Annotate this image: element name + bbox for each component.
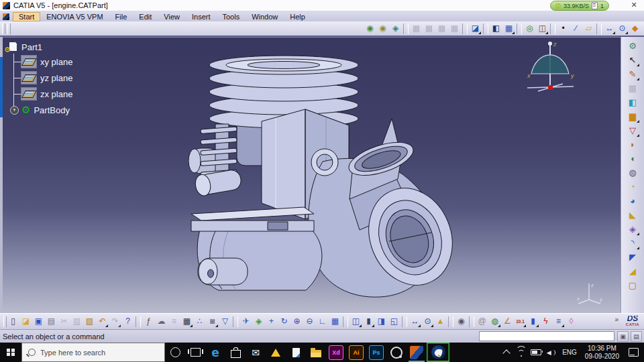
groove-icon[interactable]: ◖ <box>627 152 639 165</box>
paste-icon[interactable]: ▧ <box>84 316 95 327</box>
pad-icon[interactable]: ▆ <box>627 110 639 123</box>
rib-icon[interactable]: ◔ <box>627 180 639 193</box>
calculator-icon[interactable]: ▦ <box>181 316 193 327</box>
menu-window[interactable]: Window <box>246 12 284 21</box>
menu-insert[interactable]: Insert <box>186 12 217 21</box>
3d-viewport[interactable]: ⚙ Part1 xy plane yz plane <box>3 37 621 314</box>
document-menu-icon[interactable] <box>3 13 9 20</box>
measure-item-icon[interactable]: ⊙ <box>422 316 433 327</box>
knowledge-icon[interactable]: ≡ <box>168 316 180 327</box>
knowledge-bolt-icon[interactable]: ϟ <box>540 316 551 327</box>
window-arrange-icon-4[interactable]: ▦ <box>449 23 460 34</box>
tree-item-yz-plane[interactable]: yz plane <box>5 70 72 86</box>
new-file-icon[interactable]: ▯ <box>7 316 19 327</box>
menu-view[interactable]: View <box>158 12 186 21</box>
measure-between-icon[interactable]: ↔ <box>409 316 421 327</box>
normal-view-icon[interactable]: ∟ <box>317 316 328 327</box>
menu-enovia[interactable]: ENOVIA V5 VPM <box>40 12 109 21</box>
point-icon[interactable]: • <box>557 23 569 34</box>
tree-item-partbody[interactable]: + ⚙ PartBody <box>5 102 72 118</box>
shading-icon[interactable]: ▮ <box>363 316 374 327</box>
adobe-xd-button[interactable]: Xd <box>326 343 346 362</box>
gear-icon[interactable]: ⚙ <box>627 40 639 52</box>
tree-item-zx-plane[interactable]: zx plane <box>5 86 72 102</box>
enovia-save-icon[interactable]: ◉ <box>364 23 376 34</box>
camera-icon[interactable]: ◉ <box>455 316 467 327</box>
window-arrange-icon-2[interactable]: ▦ <box>423 23 435 34</box>
view-compass[interactable]: z x y <box>522 39 579 96</box>
catia-app-button[interactable] <box>407 343 427 362</box>
adobe-illustrator-button[interactable]: Ai <box>346 343 366 362</box>
close-icon[interactable]: ✕ <box>629 0 639 9</box>
volume-button[interactable]: ◀ <box>543 349 558 356</box>
enovia-search-icon[interactable]: ◈ <box>390 23 401 34</box>
toolbar-overflow-chevron[interactable]: » <box>614 316 619 323</box>
structure-tree-icon[interactable]: ∴ <box>194 316 205 327</box>
workbench-box-icon[interactable]: ◧ <box>627 96 639 109</box>
hole-icon[interactable]: ◍ <box>627 166 639 179</box>
grid-icon[interactable]: ▦ <box>503 23 515 34</box>
eraser-icon[interactable]: ◊ <box>566 316 577 327</box>
enovia-manage-icon[interactable]: ◉ <box>377 23 388 34</box>
sketch-tools-icon[interactable]: ▦ <box>627 82 639 95</box>
tree-item-part1[interactable]: ⚙ Part1 <box>5 40 72 54</box>
view-cube-icon[interactable]: ◫ <box>537 23 548 34</box>
fit-all-icon[interactable]: ◈ <box>253 316 264 327</box>
line-icon[interactable]: ∕ <box>570 23 582 34</box>
zoom-out-icon[interactable]: ⊖ <box>304 316 315 327</box>
document-app-button[interactable] <box>286 343 306 362</box>
spiral-icon[interactable]: @ <box>476 316 488 327</box>
shaft-icon[interactable]: ◗ <box>627 138 639 151</box>
lock-icon[interactable]: ◙ <box>207 316 218 327</box>
zoom-area-icon[interactable]: ◎ <box>524 23 535 34</box>
select-pointer-icon[interactable]: ↖ <box>627 54 639 66</box>
chamfer-icon[interactable]: ◤ <box>627 251 639 263</box>
status-window-button[interactable]: ▤ <box>631 331 642 342</box>
notification-center-icon[interactable] <box>629 348 639 357</box>
pan-icon[interactable]: + <box>266 316 277 327</box>
hide-show-icon[interactable]: ◨ <box>376 316 387 327</box>
cortana-button[interactable] <box>165 343 185 362</box>
net-speed-widget[interactable]: ↓ 33.9KB/S 1 <box>550 1 609 11</box>
rotate-icon[interactable]: ↻ <box>278 316 290 327</box>
slot-icon[interactable]: ◕ <box>627 194 639 207</box>
menu-edit[interactable]: Edit <box>133 12 158 21</box>
menu-help[interactable]: Help <box>284 12 311 21</box>
toolbar-drag-handle[interactable] <box>2 23 5 34</box>
help-icon[interactable]: ? <box>122 316 133 327</box>
toolbar-drag-handle[interactable] <box>7 23 11 34</box>
adobe-photoshop-button[interactable]: Ps <box>366 343 386 362</box>
multi-view-icon[interactable]: ▦ <box>329 316 341 327</box>
plane-icon[interactable]: ▱ <box>583 23 594 34</box>
window-arrange-icon-1[interactable]: ▦ <box>411 23 422 34</box>
fly-mode-icon[interactable]: ✈ <box>240 316 252 327</box>
mass-measure-icon[interactable]: ▲ <box>435 316 446 327</box>
wifi-button[interactable] <box>514 349 529 357</box>
taskbar-search-input[interactable]: Type here to search <box>21 343 165 362</box>
snap-ratio-icon[interactable]: 10.1 <box>515 316 526 327</box>
tree-item-xy-plane[interactable]: xy plane <box>5 54 72 70</box>
open-folder-icon[interactable]: ◪ <box>20 316 32 327</box>
measure-item-icon[interactable]: ⊙ <box>616 23 628 34</box>
axis-system-icon[interactable]: ∠ <box>502 316 513 327</box>
engine-model[interactable] <box>189 54 457 304</box>
task-view-button[interactable] <box>185 343 205 362</box>
list-edit-icon[interactable]: ≡ <box>553 316 564 327</box>
zoom-in-icon[interactable]: ⊕ <box>291 316 303 327</box>
globe-icon[interactable]: ◍ <box>489 316 500 327</box>
undo-icon[interactable]: ↶ <box>97 316 108 327</box>
taskbar-clock[interactable]: 10:36 PM 09-09-2020 <box>581 345 623 361</box>
filter-icon[interactable]: ▽ <box>219 316 231 327</box>
redo-icon[interactable]: ↷ <box>109 316 121 327</box>
menu-tools[interactable]: Tools <box>216 12 246 21</box>
save-icon[interactable]: ▣ <box>33 316 44 327</box>
sketcher-icon[interactable]: ✎ <box>627 68 639 80</box>
start-button[interactable] <box>0 343 21 362</box>
comment-icon[interactable]: ☁ <box>156 316 167 327</box>
eagle-app-button[interactable] <box>427 343 449 362</box>
swap-space-icon[interactable]: ◱ <box>388 316 400 327</box>
shell-icon[interactable]: ▢ <box>627 279 639 292</box>
menu-file[interactable]: File <box>109 12 133 21</box>
menu-start[interactable]: Start <box>13 12 40 21</box>
stiffener-icon[interactable]: ◣ <box>627 208 639 221</box>
